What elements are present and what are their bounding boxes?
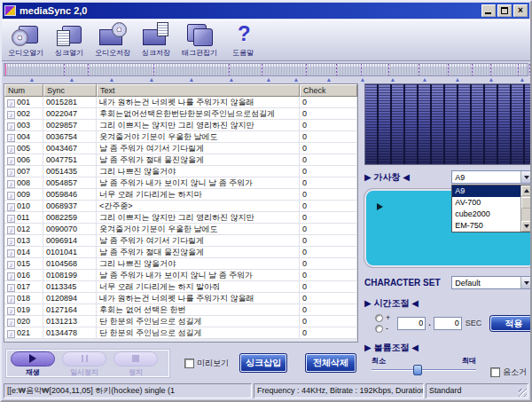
toolbar-button-label: 태그편집기 — [182, 48, 217, 58]
sync-point-marker — [110, 78, 113, 82]
note-icon — [7, 226, 15, 234]
toolbar-button-label: 오디오열기 — [8, 48, 43, 58]
close-button[interactable]: × — [513, 4, 528, 17]
volume-slider[interactable]: 최소 최대 — [372, 356, 476, 377]
table-row[interactable]: 018 0120894 내가 원하는건 너의펫 나를 주워가지 않을래 0 — [4, 293, 357, 304]
pause-icon — [82, 355, 88, 362]
maximize-icon — [501, 7, 508, 14]
app-window: mediaSync 2,0 × 오디오열기 싱크열기 오디오저장 싱크저장 태그… — [0, 0, 532, 402]
table-row[interactable]: 021 0134478 단 한분의 주인님으로 섬길게 0 — [4, 327, 357, 339]
note-icon — [7, 157, 15, 165]
sync-point-marker — [150, 78, 153, 82]
column-header-num[interactable]: Num — [4, 84, 43, 97]
table-row[interactable]: 001 0015281 내가 원하는건 너의펫 나를 주워가지 않을래 0 — [4, 97, 357, 108]
note-icon — [7, 180, 15, 188]
note-icon — [7, 99, 15, 107]
device-select-value: A9 — [452, 173, 520, 182]
status-stream-info: Frequency : 44KHz, Bitrate : 192Kbps, Du… — [254, 383, 424, 398]
table-row[interactable]: 003 0029857 그리 이쁘지는 않지만 그리 영리하진 않지만 0 — [4, 120, 357, 131]
preview-checkbox-box[interactable] — [184, 359, 194, 368]
statusbar: [[e:₩음악₩[2004,11,05] 하키(hockee) single (… — [2, 382, 530, 400]
device-select[interactable]: A9 — [451, 170, 532, 184]
delete-all-button[interactable]: 전체삭제 — [306, 354, 356, 372]
scrollbar-thumb[interactable] — [521, 197, 532, 209]
toolbar-button[interactable]: 오디오저장 — [92, 22, 133, 58]
maximize-button[interactable] — [497, 4, 512, 17]
radio-icon — [375, 314, 383, 322]
column-header-check[interactable]: Check — [300, 84, 357, 97]
charset-select-value: Default — [452, 279, 520, 288]
waveform-timeline[interactable] — [4, 63, 528, 76]
dropdown-option[interactable]: AV-700 — [452, 197, 520, 209]
dropdown-option[interactable]: A9 — [452, 185, 520, 197]
mute-checkbox[interactable]: 음소거 — [490, 367, 527, 378]
preview-checkbox[interactable]: 미리보기 — [184, 358, 229, 369]
toolbar-button[interactable]: 태그편집기 — [179, 22, 220, 58]
column-header-text[interactable]: Text — [97, 84, 300, 97]
close-icon: × — [514, 5, 527, 16]
table-row[interactable]: 014 0101041 날 좀 주워가 절대 물진않을게 0 — [4, 247, 357, 258]
volume-min-label: 최소 — [372, 356, 386, 366]
device-select-dropdown-button[interactable] — [520, 171, 532, 183]
sync-save-icon — [141, 22, 171, 47]
dropdown-option[interactable]: EM-750 — [452, 220, 520, 232]
scroll-down-button[interactable] — [521, 221, 532, 232]
sync-point-marker — [30, 78, 34, 82]
table-row[interactable]: 005 0043467 날 좀 주워가 여기서 기다릴게 0 — [4, 143, 357, 154]
transport-group: 재생 일시정지 정지 — [5, 349, 170, 378]
playhead-marker — [5, 64, 6, 75]
dropdown-option[interactable]: cube2000 — [452, 209, 520, 220]
minimize-icon — [485, 12, 491, 14]
sync-line — [419, 64, 419, 75]
minimize-button[interactable] — [481, 4, 496, 17]
toolbar-button[interactable]: 싱크저장 — [136, 22, 176, 58]
table-row[interactable]: 016 0108199 날 좀 주워가 내가 보이지 않니 날 좀 주워가 0 — [4, 270, 357, 281]
charset-select[interactable]: Default — [451, 276, 532, 289]
apply-button[interactable]: 적용 — [490, 316, 532, 331]
sync-point-marker — [70, 78, 74, 82]
mute-checkbox-box[interactable] — [490, 367, 500, 377]
window-title: mediaSync 2,0 — [20, 5, 480, 16]
table-row[interactable]: 017 0113345 너무 오래 기다리게는 하지 말아줘 0 — [4, 281, 357, 293]
note-icon — [7, 146, 15, 154]
time-plus-radio[interactable]: + — [375, 313, 390, 322]
charset-dropdown-button[interactable] — [520, 277, 532, 288]
toolbar-button[interactable]: 도움말 — [223, 22, 263, 58]
column-header-sync[interactable]: Sync — [43, 84, 97, 97]
volume-thumb[interactable] — [413, 365, 422, 375]
audio-save-icon — [98, 22, 128, 47]
table-row[interactable]: 015 0104568 그리 나쁘진 않을거야 0 — [4, 258, 357, 270]
chevron-up-icon — [524, 189, 529, 193]
note-icon — [7, 169, 15, 177]
table-row[interactable]: 019 0127164 후회는 없어 선택은 한번 0 — [4, 304, 357, 316]
sync-point-marker — [423, 78, 426, 82]
table-row[interactable]: 006 0047751 날 좀 주워가 절대 물진않을게 0 — [4, 154, 357, 166]
sync-point-marker — [294, 78, 298, 82]
seconds-whole-input[interactable] — [397, 317, 426, 330]
toolbar-button[interactable]: 싱크열기 — [49, 22, 90, 58]
toolbar-button-label: 오디오저장 — [95, 48, 130, 58]
dropdown-scrollbar[interactable] — [520, 185, 532, 232]
sync-line — [448, 64, 449, 75]
left-column: Num Sync Text Check 001 0015281 내가 원하는건 … — [4, 83, 358, 382]
seconds-fraction-input[interactable] — [434, 317, 462, 330]
table-row[interactable]: 004 0036754 웃겨줄거야 기분이 우울한 날에도 0 — [4, 131, 357, 143]
table-row[interactable]: 012 0090070 웃겨줄거야 기분이 우울한 날에도 0 — [4, 224, 357, 235]
time-minus-radio[interactable]: - — [375, 324, 390, 333]
table-row[interactable]: 013 0096914 날 좀 주워가 여기서 기다릴게 0 — [4, 235, 357, 247]
table-row[interactable]: 020 0131213 단 한분의 주인님으로 섬길게 0 — [4, 316, 357, 327]
table-row[interactable]: 002 0022047 후회는없어선택은한번단한분의주인님으로섬길게 0 — [4, 108, 357, 120]
table-row[interactable]: 009 0059846 너무 오래 기다리게는 하지마 0 — [4, 189, 357, 201]
toolbar-button[interactable]: 오디오열기 — [5, 22, 46, 58]
table-row[interactable]: 011 0082259 그리 이쁘지는 않지만 그리 영리하진 않지만 0 — [4, 212, 357, 224]
table-row[interactable]: 007 0051435 그리 나쁘진 않을거야 0 — [4, 166, 357, 177]
note-icon — [7, 203, 15, 211]
table-row[interactable]: 010 0068937 <간주중> 0 — [4, 201, 357, 212]
table-row[interactable]: 008 0054857 날 좀 주워가 내가 보이지 않니 날 좀 주워가 0 — [4, 177, 357, 189]
play-button[interactable]: 재생 — [11, 351, 55, 377]
stop-button[interactable]: 정지 — [113, 351, 158, 377]
volume-track[interactable] — [372, 369, 476, 371]
insert-sync-button[interactable]: 싱크삽입 — [240, 354, 286, 372]
pause-button[interactable]: 일시정지 — [62, 351, 106, 377]
scroll-up-button[interactable] — [521, 185, 532, 196]
